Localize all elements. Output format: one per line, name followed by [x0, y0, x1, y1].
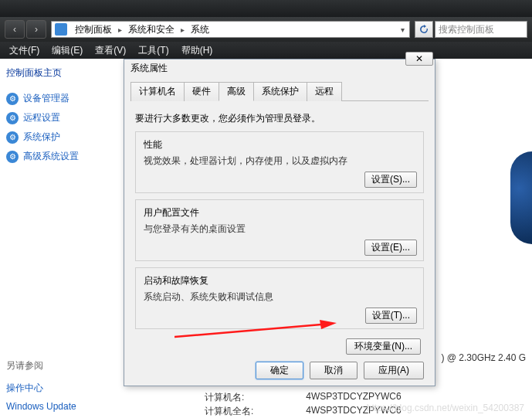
menu-edit[interactable]: 编辑(E) [46, 42, 89, 59]
address-bar[interactable]: 控制面板 ▸ 系统和安全 ▸ 系统 ▾ [51, 21, 410, 38]
tab-advanced[interactable]: 高级 [219, 82, 254, 101]
sidebar-item-protection[interactable]: ⚙系统保护 [6, 127, 114, 147]
ok-button[interactable]: 确定 [256, 362, 303, 379]
watermark: https://blog.csdn.net/weixin_54200387 [367, 403, 524, 413]
menu-help[interactable]: 帮助(H) [175, 42, 219, 59]
menu-bar: 文件(F) 编辑(E) 查看(V) 工具(T) 帮助(H) [0, 42, 532, 59]
sidebar-home[interactable]: 控制面板主页 [6, 66, 114, 80]
profile-settings-button[interactable]: 设置(E)... [364, 240, 417, 256]
see-also-label: 另请参阅 [6, 359, 114, 372]
env-variables-button[interactable]: 环境变量(N)... [346, 338, 421, 355]
sidebar-item-device-manager[interactable]: ⚙设备管理器 [6, 89, 114, 108]
system-properties-dialog: 系统属性 ✕ 计算机名 硬件 高级 系统保护 远程 要进行大多数更改，您必须作为… [124, 59, 435, 386]
chevron-down-icon[interactable]: ▾ [399, 25, 406, 34]
perf-settings-button[interactable]: 设置(S)... [364, 172, 417, 188]
tab-protection[interactable]: 系统保护 [253, 82, 307, 101]
performance-group: 性能 视觉效果，处理器计划，内存使用，以及虚拟内存 设置(S)... [135, 131, 424, 193]
startup-title: 启动和故障恢复 [144, 274, 415, 287]
breadcrumb-root[interactable]: 控制面板 [70, 22, 117, 37]
startup-desc: 系统启动、系统失败和调试信息 [144, 291, 415, 304]
sidebar-item-label: 系统保护 [23, 131, 60, 144]
profile-group: 用户配置文件 与您登录有关的桌面设置 设置(E)... [135, 199, 424, 261]
startup-group: 启动和故障恢复 系统启动、系统失败和调试信息 设置(T)... [135, 267, 424, 329]
sidebar: 控制面板主页 ⚙设备管理器 ⚙远程设置 ⚙系统保护 ⚙高级系统设置 另请参阅 操… [0, 59, 120, 418]
sidebar-item-remote[interactable]: ⚙远程设置 [6, 108, 114, 127]
cpu-info: ) @ 2.30GHz 2.40 G [441, 352, 526, 363]
menu-tools[interactable]: 工具(T) [132, 42, 175, 59]
admin-note: 要进行大多数更改，您必须作为管理员登录。 [135, 112, 424, 125]
startup-settings-button[interactable]: 设置(T)... [365, 308, 417, 324]
window-title-bar [0, 0, 532, 17]
tab-computer-name[interactable]: 计算机名 [130, 82, 185, 101]
tab-strip: 计算机名 硬件 高级 系统保护 远程 [130, 81, 429, 101]
refresh-button[interactable] [415, 21, 433, 38]
sidebar-windows-update[interactable]: Windows Update [6, 398, 114, 415]
back-button[interactable]: ‹ [5, 20, 25, 39]
close-button[interactable]: ✕ [405, 52, 433, 66]
nav-bar: ‹ › 控制面板 ▸ 系统和安全 ▸ 系统 ▾ 搜索控制面板 [0, 17, 532, 42]
cancel-button[interactable]: 取消 [310, 362, 357, 379]
tab-remote[interactable]: 远程 [307, 82, 342, 101]
gear-icon: ⚙ [6, 93, 19, 105]
sidebar-item-label: 高级系统设置 [23, 150, 79, 163]
sidebar-action-center[interactable]: 操作中心 [6, 379, 114, 398]
search-input[interactable]: 搜索控制面板 [435, 21, 527, 38]
breadcrumb-system[interactable]: 系统 [186, 22, 214, 37]
profile-title: 用户配置文件 [144, 206, 415, 219]
apply-button[interactable]: 应用(A) [364, 362, 424, 379]
full-name-label: 计算机全名: [205, 405, 253, 418]
sidebar-item-label: 设备管理器 [23, 92, 69, 105]
tab-hardware[interactable]: 硬件 [184, 82, 219, 101]
sidebar-item-label: 远程设置 [23, 111, 60, 124]
refresh-icon [419, 25, 429, 34]
menu-file[interactable]: 文件(F) [3, 42, 46, 59]
sidebar-item-advanced[interactable]: ⚙高级系统设置 [6, 147, 114, 166]
dialog-footer: 确定 取消 应用(A) [256, 362, 424, 379]
gear-icon: ⚙ [6, 112, 19, 124]
computer-name-label: 计算机名: [205, 391, 244, 404]
forward-button[interactable]: › [26, 20, 46, 39]
perf-title: 性能 [144, 138, 415, 151]
perf-desc: 视觉效果，处理器计划，内存使用，以及虚拟内存 [144, 155, 415, 168]
dialog-title: 系统属性 [130, 62, 168, 75]
chevron-right-icon: ▸ [117, 25, 124, 34]
menu-view[interactable]: 查看(V) [89, 42, 132, 59]
windows-logo [510, 151, 532, 244]
chevron-right-icon: ▸ [179, 25, 186, 34]
dialog-body: 要进行大多数更改，您必须作为管理员登录。 性能 视觉效果，处理器计划，内存使用，… [124, 101, 435, 343]
close-icon: ✕ [415, 53, 423, 64]
profile-desc: 与您登录有关的桌面设置 [144, 223, 415, 236]
addr-icon [55, 23, 67, 36]
gear-icon: ⚙ [6, 131, 19, 144]
gear-icon: ⚙ [6, 151, 19, 163]
dialog-title-bar: 系统属性 ✕ [124, 59, 435, 76]
breadcrumb-security[interactable]: 系统和安全 [124, 22, 179, 37]
